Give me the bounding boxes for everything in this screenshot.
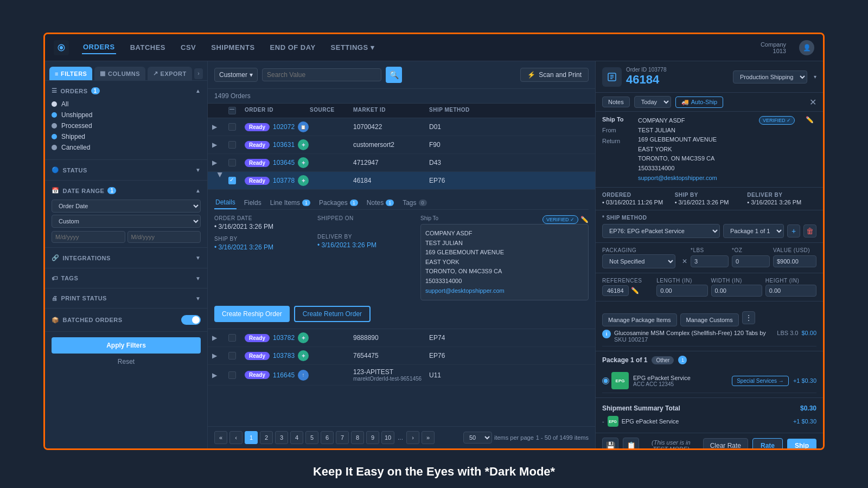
detail-tab-details[interactable]: Details bbox=[214, 196, 237, 209]
order-link-5[interactable]: 103782 bbox=[273, 334, 295, 342]
filter-unshipped[interactable]: Unshipped bbox=[52, 110, 201, 120]
filter-shipped[interactable]: Shipped bbox=[52, 131, 201, 142]
page-prev[interactable]: ‹ bbox=[229, 431, 242, 444]
create-return-button[interactable]: Create Return Order bbox=[294, 306, 371, 322]
tab-export[interactable]: ↗ EXPORT bbox=[148, 67, 192, 80]
search-button[interactable]: 🔍 bbox=[386, 67, 402, 83]
value-input[interactable] bbox=[773, 255, 816, 267]
ship-method-epg-select[interactable]: EP76: EPG ePacket Service bbox=[602, 224, 720, 238]
apply-filters-button[interactable]: Apply Filters bbox=[52, 337, 201, 354]
notes-button[interactable]: Notes bbox=[602, 97, 630, 107]
row-expand-icon[interactable]: ▶ bbox=[216, 172, 224, 189]
date-from-input[interactable] bbox=[52, 231, 125, 243]
row-expand-icon[interactable]: ▶ bbox=[212, 334, 228, 342]
page-8[interactable]: 8 bbox=[351, 431, 364, 444]
row-checkbox-1[interactable] bbox=[228, 123, 236, 131]
customer-filter-select[interactable]: Customer ▾ bbox=[214, 68, 258, 82]
table-row-expanded[interactable]: ▶ Ready 103778 ✦ 46184 EP76 bbox=[208, 172, 595, 190]
today-select[interactable]: Today bbox=[634, 96, 671, 108]
edit-ship-to-icon[interactable]: ✏️ bbox=[806, 116, 816, 124]
order-link-3[interactable]: 103645 bbox=[273, 159, 295, 166]
save-button[interactable]: 💾 bbox=[602, 438, 618, 448]
page-6[interactable]: 6 bbox=[321, 431, 334, 444]
row-checkbox-2[interactable] bbox=[228, 141, 236, 149]
edit-icon[interactable]: ✏️ bbox=[580, 216, 589, 223]
package-select[interactable]: Package 1 of 1 bbox=[723, 224, 784, 238]
rate-radio[interactable] bbox=[602, 377, 609, 384]
more-options-button[interactable]: ⋮ bbox=[742, 311, 755, 324]
page-9[interactable]: 9 bbox=[366, 431, 379, 444]
table-row[interactable]: ▶ Ready 102072 📋 10700422 D01 bbox=[208, 118, 595, 136]
weight-oz-input[interactable] bbox=[732, 255, 770, 267]
table-row[interactable]: ▶ Ready 103783 ✦ 7654475 EP76 bbox=[208, 347, 595, 365]
integrations-header[interactable]: 🔗 INTEGRATIONS ▼ bbox=[52, 252, 201, 264]
row-expand-icon[interactable]: ▶ bbox=[212, 371, 228, 379]
detail-tab-fields[interactable]: Fields bbox=[243, 196, 263, 209]
create-reship-button[interactable]: Create Reship Order bbox=[214, 306, 290, 322]
row-expand-icon[interactable]: ▶ bbox=[212, 141, 228, 149]
status-header[interactable]: 🔵 STATUS ▼ bbox=[52, 164, 201, 176]
table-row[interactable]: ▶ Ready 103631 ✦ customersort2 F90 bbox=[208, 136, 595, 154]
date-type-select[interactable]: Order Date bbox=[52, 200, 201, 213]
row-expand-icon[interactable]: ▶ bbox=[212, 352, 228, 359]
header-checkbox[interactable] bbox=[228, 107, 236, 114]
page-1[interactable]: 1 bbox=[245, 431, 258, 444]
sidebar-collapse-btn[interactable]: › bbox=[194, 68, 203, 79]
nav-settings[interactable]: SETTINGS ▾ bbox=[330, 41, 376, 54]
row-checkbox-3[interactable] bbox=[228, 159, 236, 166]
row-checkbox-5[interactable] bbox=[228, 334, 236, 342]
table-row[interactable]: ▶ Ready 103645 ✦ 4712947 D43 bbox=[208, 154, 595, 172]
rate-button[interactable]: Rate bbox=[752, 438, 783, 448]
page-next[interactable]: › bbox=[406, 431, 419, 444]
packaging-type-select[interactable]: Not Specified bbox=[602, 254, 675, 268]
nav-batches[interactable]: BATCHES bbox=[129, 41, 167, 54]
date-range-header[interactable]: 📅 DATE RANGE 1 ▲ bbox=[52, 185, 201, 196]
delete-package-button[interactable]: 🗑 bbox=[803, 224, 816, 237]
print-status-header[interactable]: 🖨 PRINT STATUS ▼ bbox=[52, 293, 201, 304]
add-package-button[interactable]: + bbox=[787, 224, 800, 237]
detail-tab-line-items[interactable]: Line Items 1 bbox=[269, 196, 311, 209]
close-button[interactable]: ✕ bbox=[809, 97, 816, 107]
items-per-page-select[interactable]: 50 25 100 bbox=[463, 432, 492, 444]
date-period-select[interactable]: Custom bbox=[52, 215, 201, 228]
detail-tab-notes[interactable]: Notes 1 bbox=[366, 196, 395, 209]
edit-ref-icon[interactable]: ✏️ bbox=[631, 287, 639, 294]
nav-avatar[interactable]: 👤 bbox=[799, 40, 814, 55]
row-expand-icon[interactable]: ▶ bbox=[212, 123, 228, 131]
page-10[interactable]: 10 bbox=[381, 431, 394, 444]
reset-filters-button[interactable]: Reset bbox=[45, 356, 207, 368]
row-checkbox-4[interactable] bbox=[228, 177, 236, 184]
nav-csv[interactable]: CSV bbox=[180, 41, 197, 54]
manage-customs-button[interactable]: Manage Customs bbox=[680, 313, 739, 326]
detail-tab-tags[interactable]: Tags 0 bbox=[401, 196, 427, 209]
nav-shipments[interactable]: SHIPMENTS bbox=[210, 41, 256, 54]
ship-method-dropdown[interactable]: Production Shipping bbox=[733, 70, 807, 84]
page-first[interactable]: « bbox=[214, 431, 227, 444]
page-7[interactable]: 7 bbox=[336, 431, 349, 444]
order-link-1[interactable]: 102072 bbox=[273, 123, 295, 131]
filter-processed[interactable]: Processed bbox=[52, 120, 201, 131]
row-checkbox-6[interactable] bbox=[228, 352, 236, 359]
scan-print-button[interactable]: ⚡ Scan and Print bbox=[520, 68, 589, 82]
tags-header[interactable]: 🏷 TAGS ▼ bbox=[52, 273, 201, 284]
page-5[interactable]: 5 bbox=[305, 431, 318, 444]
page-2[interactable]: 2 bbox=[260, 431, 273, 444]
copy-button[interactable]: 📋 bbox=[623, 438, 639, 448]
detail-tab-packages[interactable]: Packages 1 bbox=[318, 196, 359, 209]
order-link-2[interactable]: 103631 bbox=[273, 141, 295, 149]
row-expand-icon[interactable]: ▶ bbox=[212, 159, 228, 166]
filter-cancelled[interactable]: Cancelled bbox=[52, 142, 201, 153]
search-input[interactable] bbox=[267, 71, 376, 79]
order-link-7[interactable]: 116645 bbox=[273, 371, 295, 379]
length-input[interactable] bbox=[656, 285, 707, 297]
nav-end-of-day[interactable]: END OF DAY bbox=[269, 41, 317, 54]
page-3[interactable]: 3 bbox=[275, 431, 288, 444]
page-4[interactable]: 4 bbox=[290, 431, 303, 444]
batched-orders-toggle[interactable] bbox=[181, 315, 201, 325]
height-input[interactable] bbox=[765, 285, 816, 297]
row-checkbox-7[interactable] bbox=[228, 371, 236, 379]
clear-rate-button[interactable]: Clear Rate bbox=[703, 438, 748, 448]
filter-all[interactable]: All bbox=[52, 99, 201, 110]
orders-section-header[interactable]: ☰ ORDERS 1 ▲ bbox=[52, 85, 201, 97]
dropdown-chevron[interactable]: ▾ bbox=[814, 74, 816, 80]
